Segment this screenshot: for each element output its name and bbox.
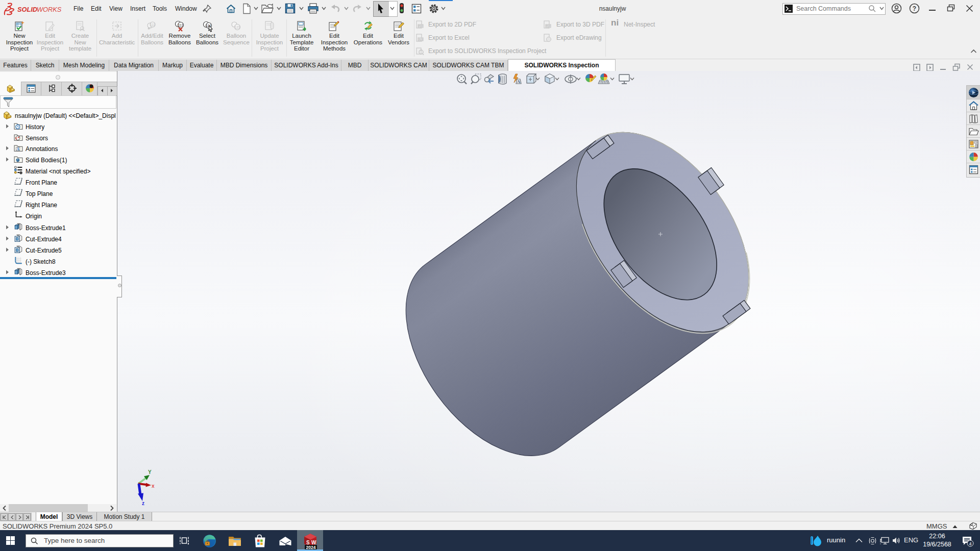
svg-text:111: 111 [150,23,155,27]
svg-text:111: 111 [178,23,184,27]
svg-text:PDF: PDF [546,25,551,28]
svg-text:123: 123 [235,26,240,29]
svg-text:SOLID: SOLID [17,6,37,13]
svg-text:XLS: XLS [419,38,423,41]
svg-text:2024: 2024 [306,545,316,550]
svg-text:A: A [517,79,521,84]
svg-text:PDF: PDF [419,25,423,28]
svg-text:z: z [142,500,144,506]
svg-text:4: 4 [969,541,971,546]
svg-text:WORKS: WORKS [37,6,62,13]
svg-text:?: ? [913,5,916,12]
svg-text:x: x [152,483,155,489]
svg-text:Y: Y [148,469,152,475]
